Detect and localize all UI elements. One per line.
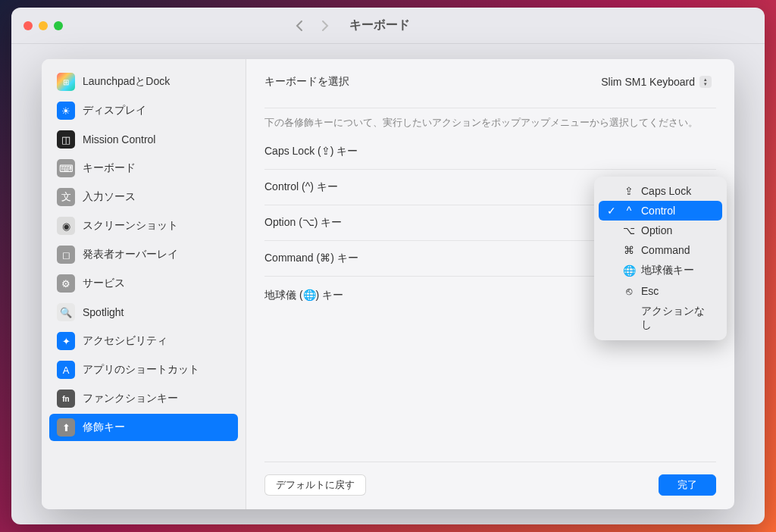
sidebar-item-label: キーボード xyxy=(83,161,136,175)
sidebar-item-accessibility[interactable]: ✦ アクセシビリティ xyxy=(49,327,238,355)
sidebar-item-screenshot[interactable]: ◉ スクリーンショット xyxy=(49,212,238,239)
maximize-window-icon[interactable] xyxy=(54,21,63,30)
select-keyboard-row: キーボードを選択 Slim SM1 Keyboard ▴▾ xyxy=(264,73,716,100)
display-icon: ☀ xyxy=(57,102,75,120)
popup-item-capslock[interactable]: ⇪ Caps Lock xyxy=(599,181,722,201)
sidebar-item-label: LaunchpadとDock xyxy=(83,75,170,89)
sidebar-item-spotlight[interactable]: 🔍 Spotlight xyxy=(49,299,238,326)
keyboard-select[interactable]: Slim SM1 Keyboard ▴▾ xyxy=(593,74,716,89)
sidebar-item-display[interactable]: ☀ ディスプレイ xyxy=(49,97,238,124)
sidebar-item-label: Mission Control xyxy=(83,133,155,146)
services-icon: ⚙ xyxy=(57,274,75,293)
function-key-icon: fn xyxy=(57,390,75,408)
sidebar-item-input-source[interactable]: 文 入力ソース xyxy=(49,183,238,211)
content-area: キーボードを選択 Slim SM1 Keyboard ▴▾ 下の各修飾キーについ… xyxy=(246,59,734,509)
app-shortcut-icon: A xyxy=(57,361,75,379)
sidebar-item-keyboard[interactable]: ⌨ キーボード xyxy=(49,155,238,182)
sidebar-item-label: ディスプレイ xyxy=(83,104,146,117)
esc-symbol-icon: ⎋ xyxy=(623,285,635,297)
popup-item-globe[interactable]: 🌐 地球儀キー xyxy=(599,260,722,281)
chevron-up-down-icon: ▴▾ xyxy=(699,76,712,88)
help-text: 下の各修飾キーについて、実行したいアクションをポップアップメニューから選択してく… xyxy=(264,108,716,134)
option-symbol-icon: ⌥ xyxy=(623,224,635,236)
popup-item-label: アクションなし xyxy=(641,305,715,332)
chevron-left-icon xyxy=(296,20,303,32)
sidebar-item-label: 修飾キー xyxy=(83,421,125,434)
modifier-keys-sheet: ⊞ LaunchpadとDock ☀ ディスプレイ ◫ Mission Cont… xyxy=(42,59,734,509)
globe-symbol-icon: 🌐 xyxy=(623,264,635,277)
sidebar-item-services[interactable]: ⚙ サービス xyxy=(49,270,238,297)
popup-item-label: Command xyxy=(641,244,690,256)
popup-item-label: Option xyxy=(641,224,672,236)
titlebar: キーボード xyxy=(11,8,765,44)
globe-label: 地球儀 (🌐) キー xyxy=(264,289,618,302)
done-button[interactable]: 完了 xyxy=(659,474,716,496)
popup-item-control[interactable]: ✓ ^ Control xyxy=(599,201,722,221)
sidebar-item-label: アクセシビリティ xyxy=(83,334,167,348)
checkmark-icon: ✓ xyxy=(606,205,617,217)
popup-item-label: Control xyxy=(641,205,675,217)
window-title: キーボード xyxy=(349,17,410,33)
popup-item-label: Esc xyxy=(641,285,659,297)
capslock-label: Caps Lock (⇪) キー xyxy=(264,145,716,158)
chevron-right-icon xyxy=(321,20,329,32)
sidebar-item-label: アプリのショートカット xyxy=(83,363,199,377)
sidebar-item-label: Spotlight xyxy=(83,306,124,318)
selected-keyboard-value: Slim SM1 Keyboard xyxy=(601,76,695,88)
popup-item-esc[interactable]: ⎋ Esc xyxy=(599,281,722,301)
screenshot-icon: ◉ xyxy=(57,217,75,235)
keyboard-icon: ⌨ xyxy=(57,159,75,177)
modifier-key-icon: ⬆ xyxy=(57,418,75,437)
traffic-lights xyxy=(23,21,63,30)
accessibility-icon: ✦ xyxy=(57,332,75,350)
spotlight-icon: 🔍 xyxy=(57,303,75,321)
mission-control-icon: ◫ xyxy=(57,130,75,149)
sidebar-item-label: 発表者オーバーレイ xyxy=(83,248,178,261)
capslock-symbol-icon: ⇪ xyxy=(623,185,635,197)
presenter-icon: ◻ xyxy=(57,246,75,264)
forward-button[interactable] xyxy=(314,15,336,36)
sidebar-item-launchpad[interactable]: ⊞ LaunchpadとDock xyxy=(49,68,238,95)
bottom-bar: デフォルトに戻す 完了 xyxy=(264,462,716,496)
sidebar-item-label: スクリーンショット xyxy=(83,219,178,233)
capslock-row: Caps Lock (⇪) キー xyxy=(264,134,716,170)
nav-arrows xyxy=(289,15,336,36)
body-area: ⊞ LaunchpadとDock ☀ ディスプレイ ◫ Mission Cont… xyxy=(11,44,765,524)
popup-item-no-action[interactable]: アクションなし xyxy=(599,301,722,336)
input-source-icon: 文 xyxy=(57,188,75,206)
sidebar: ⊞ LaunchpadとDock ☀ ディスプレイ ◫ Mission Cont… xyxy=(42,59,246,509)
back-button[interactable] xyxy=(289,15,310,36)
popup-item-label: 地球儀キー xyxy=(641,264,694,277)
popup-item-option[interactable]: ⌥ Option xyxy=(599,221,722,240)
sidebar-item-function-keys[interactable]: fn ファンクションキー xyxy=(49,385,238,412)
sidebar-item-mission-control[interactable]: ◫ Mission Control xyxy=(49,126,238,153)
sidebar-item-app-shortcut[interactable]: A アプリのショートカット xyxy=(49,356,238,383)
settings-window: キーボード ⊞ LaunchpadとDock ☀ ディスプレイ ◫ Missio… xyxy=(11,8,765,524)
modifier-popup-menu: ⇪ Caps Lock ✓ ^ Control ⌥ Option xyxy=(594,177,727,340)
popup-item-label: Caps Lock xyxy=(641,185,691,197)
launchpad-icon: ⊞ xyxy=(57,73,75,91)
sidebar-item-modifier-keys[interactable]: ⬆ 修飾キー xyxy=(49,414,238,441)
reset-defaults-button[interactable]: デフォルトに戻す xyxy=(264,474,366,496)
sidebar-item-label: 入力ソース xyxy=(83,190,136,204)
sidebar-item-label: サービス xyxy=(83,277,125,290)
control-symbol-icon: ^ xyxy=(623,205,635,217)
sidebar-item-presenter-overlay[interactable]: ◻ 発表者オーバーレイ xyxy=(49,241,238,268)
command-symbol-icon: ⌘ xyxy=(623,244,635,256)
popup-item-command[interactable]: ⌘ Command xyxy=(599,240,722,260)
close-window-icon[interactable] xyxy=(23,21,33,30)
sidebar-item-label: ファンクションキー xyxy=(83,392,178,405)
select-keyboard-label: キーボードを選択 xyxy=(264,75,593,89)
minimize-window-icon[interactable] xyxy=(39,21,48,30)
